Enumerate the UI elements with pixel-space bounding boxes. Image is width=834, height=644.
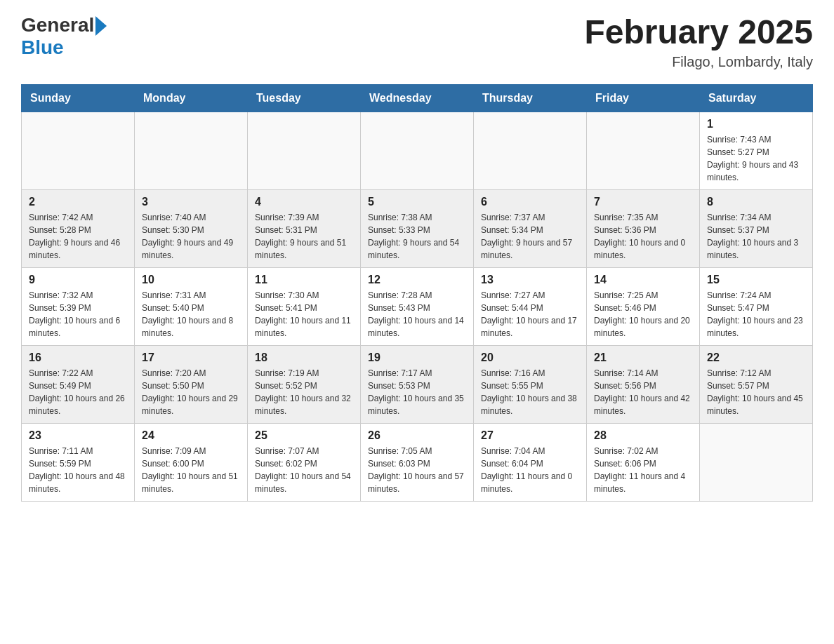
day-number: 18	[255, 351, 353, 364]
calendar-cell: 10Sunrise: 7:31 AM Sunset: 5:40 PM Dayli…	[135, 267, 248, 345]
month-title: February 2025	[584, 14, 813, 51]
day-number: 28	[594, 429, 692, 442]
calendar-cell: 15Sunrise: 7:24 AM Sunset: 5:47 PM Dayli…	[700, 267, 813, 345]
calendar-cell	[361, 112, 474, 189]
day-info: Sunrise: 7:37 AM Sunset: 5:34 PM Dayligh…	[481, 211, 579, 262]
calendar-cell: 20Sunrise: 7:16 AM Sunset: 5:55 PM Dayli…	[474, 345, 587, 423]
day-info: Sunrise: 7:11 AM Sunset: 5:59 PM Dayligh…	[29, 445, 127, 495]
weekday-header-friday: Friday	[587, 84, 700, 112]
calendar-cell: 12Sunrise: 7:28 AM Sunset: 5:43 PM Dayli…	[361, 267, 474, 345]
day-info: Sunrise: 7:14 AM Sunset: 5:56 PM Dayligh…	[594, 367, 692, 417]
weekday-header-sunday: Sunday	[22, 84, 135, 112]
day-number: 17	[142, 351, 240, 364]
calendar-cell: 4Sunrise: 7:39 AM Sunset: 5:31 PM Daylig…	[248, 189, 361, 267]
calendar-cell: 22Sunrise: 7:12 AM Sunset: 5:57 PM Dayli…	[700, 345, 813, 423]
day-number: 2	[29, 196, 127, 208]
calendar-cell: 14Sunrise: 7:25 AM Sunset: 5:46 PM Dayli…	[587, 267, 700, 345]
day-info: Sunrise: 7:27 AM Sunset: 5:44 PM Dayligh…	[481, 289, 579, 340]
calendar-cell: 28Sunrise: 7:02 AM Sunset: 6:06 PM Dayli…	[587, 423, 700, 501]
day-info: Sunrise: 7:09 AM Sunset: 6:00 PM Dayligh…	[142, 445, 240, 495]
calendar-cell: 17Sunrise: 7:20 AM Sunset: 5:50 PM Dayli…	[135, 345, 248, 423]
day-info: Sunrise: 7:02 AM Sunset: 6:06 PM Dayligh…	[594, 445, 692, 495]
day-number: 16	[29, 351, 127, 364]
day-number: 21	[594, 351, 692, 364]
day-number: 5	[368, 196, 466, 208]
day-info: Sunrise: 7:19 AM Sunset: 5:52 PM Dayligh…	[255, 367, 353, 417]
calendar-cell: 23Sunrise: 7:11 AM Sunset: 5:59 PM Dayli…	[22, 423, 135, 501]
title-section: February 2025 Filago, Lombardy, Italy	[584, 14, 813, 70]
calendar-cell: 18Sunrise: 7:19 AM Sunset: 5:52 PM Dayli…	[248, 345, 361, 423]
day-info: Sunrise: 7:28 AM Sunset: 5:43 PM Dayligh…	[368, 289, 466, 340]
calendar-week-row: 23Sunrise: 7:11 AM Sunset: 5:59 PM Dayli…	[22, 423, 813, 501]
calendar-cell: 19Sunrise: 7:17 AM Sunset: 5:53 PM Dayli…	[361, 345, 474, 423]
calendar-week-row: 2Sunrise: 7:42 AM Sunset: 5:28 PM Daylig…	[22, 189, 813, 267]
day-number: 20	[481, 351, 579, 364]
calendar-cell: 1Sunrise: 7:43 AM Sunset: 5:27 PM Daylig…	[700, 112, 813, 189]
calendar-cell: 9Sunrise: 7:32 AM Sunset: 5:39 PM Daylig…	[22, 267, 135, 345]
weekday-header-saturday: Saturday	[700, 84, 813, 112]
calendar-week-row: 9Sunrise: 7:32 AM Sunset: 5:39 PM Daylig…	[22, 267, 813, 345]
calendar-cell	[587, 112, 700, 189]
day-info: Sunrise: 7:22 AM Sunset: 5:49 PM Dayligh…	[29, 367, 127, 417]
calendar-cell: 25Sunrise: 7:07 AM Sunset: 6:02 PM Dayli…	[248, 423, 361, 501]
day-number: 6	[481, 196, 579, 208]
day-number: 22	[707, 351, 805, 364]
weekday-header-tuesday: Tuesday	[248, 84, 361, 112]
day-info: Sunrise: 7:43 AM Sunset: 5:27 PM Dayligh…	[707, 133, 805, 184]
location-subtitle: Filago, Lombardy, Italy	[584, 54, 813, 70]
day-info: Sunrise: 7:30 AM Sunset: 5:41 PM Dayligh…	[255, 289, 353, 340]
day-number: 10	[142, 274, 240, 286]
logo-arrow-icon	[95, 16, 107, 36]
calendar-cell: 13Sunrise: 7:27 AM Sunset: 5:44 PM Dayli…	[474, 267, 587, 345]
calendar-cell: 7Sunrise: 7:35 AM Sunset: 5:36 PM Daylig…	[587, 189, 700, 267]
day-number: 7	[594, 196, 692, 208]
day-number: 14	[594, 274, 692, 286]
calendar-table: SundayMondayTuesdayWednesdayThursdayFrid…	[21, 84, 813, 502]
day-number: 1	[707, 118, 805, 130]
day-info: Sunrise: 7:32 AM Sunset: 5:39 PM Dayligh…	[29, 289, 127, 340]
day-number: 19	[368, 351, 466, 364]
calendar-cell	[22, 112, 135, 189]
day-number: 24	[142, 429, 240, 442]
day-info: Sunrise: 7:12 AM Sunset: 5:57 PM Dayligh…	[707, 367, 805, 417]
calendar-header-row: SundayMondayTuesdayWednesdayThursdayFrid…	[22, 84, 813, 112]
day-info: Sunrise: 7:04 AM Sunset: 6:04 PM Dayligh…	[481, 445, 579, 495]
day-number: 12	[368, 274, 466, 286]
day-number: 13	[481, 274, 579, 286]
calendar-cell: 6Sunrise: 7:37 AM Sunset: 5:34 PM Daylig…	[474, 189, 587, 267]
weekday-header-wednesday: Wednesday	[361, 84, 474, 112]
day-info: Sunrise: 7:16 AM Sunset: 5:55 PM Dayligh…	[481, 367, 579, 417]
day-number: 4	[255, 196, 353, 208]
day-info: Sunrise: 7:38 AM Sunset: 5:33 PM Dayligh…	[368, 211, 466, 262]
day-number: 11	[255, 274, 353, 286]
weekday-header-thursday: Thursday	[474, 84, 587, 112]
day-number: 25	[255, 429, 353, 442]
day-number: 23	[29, 429, 127, 442]
calendar-cell: 27Sunrise: 7:04 AM Sunset: 6:04 PM Dayli…	[474, 423, 587, 501]
day-info: Sunrise: 7:34 AM Sunset: 5:37 PM Dayligh…	[707, 211, 805, 262]
calendar-cell: 3Sunrise: 7:40 AM Sunset: 5:30 PM Daylig…	[135, 189, 248, 267]
calendar-cell: 21Sunrise: 7:14 AM Sunset: 5:56 PM Dayli…	[587, 345, 700, 423]
day-info: Sunrise: 7:24 AM Sunset: 5:47 PM Dayligh…	[707, 289, 805, 340]
logo: General Blue	[21, 14, 107, 59]
day-number: 26	[368, 429, 466, 442]
day-number: 9	[29, 274, 127, 286]
calendar-cell: 2Sunrise: 7:42 AM Sunset: 5:28 PM Daylig…	[22, 189, 135, 267]
calendar-cell: 8Sunrise: 7:34 AM Sunset: 5:37 PM Daylig…	[700, 189, 813, 267]
calendar-cell: 24Sunrise: 7:09 AM Sunset: 6:00 PM Dayli…	[135, 423, 248, 501]
page-header: General Blue February 2025 Filago, Lomba…	[21, 14, 813, 70]
logo-blue-text: Blue	[21, 36, 107, 59]
day-number: 15	[707, 274, 805, 286]
weekday-header-monday: Monday	[135, 84, 248, 112]
day-number: 8	[707, 196, 805, 208]
calendar-week-row: 1Sunrise: 7:43 AM Sunset: 5:27 PM Daylig…	[22, 112, 813, 189]
day-info: Sunrise: 7:40 AM Sunset: 5:30 PM Dayligh…	[142, 211, 240, 262]
day-info: Sunrise: 7:42 AM Sunset: 5:28 PM Dayligh…	[29, 211, 127, 262]
calendar-cell: 26Sunrise: 7:05 AM Sunset: 6:03 PM Dayli…	[361, 423, 474, 501]
day-info: Sunrise: 7:07 AM Sunset: 6:02 PM Dayligh…	[255, 445, 353, 495]
day-info: Sunrise: 7:35 AM Sunset: 5:36 PM Dayligh…	[594, 211, 692, 262]
calendar-cell	[135, 112, 248, 189]
day-info: Sunrise: 7:05 AM Sunset: 6:03 PM Dayligh…	[368, 445, 466, 495]
calendar-cell	[700, 423, 813, 501]
calendar-week-row: 16Sunrise: 7:22 AM Sunset: 5:49 PM Dayli…	[22, 345, 813, 423]
